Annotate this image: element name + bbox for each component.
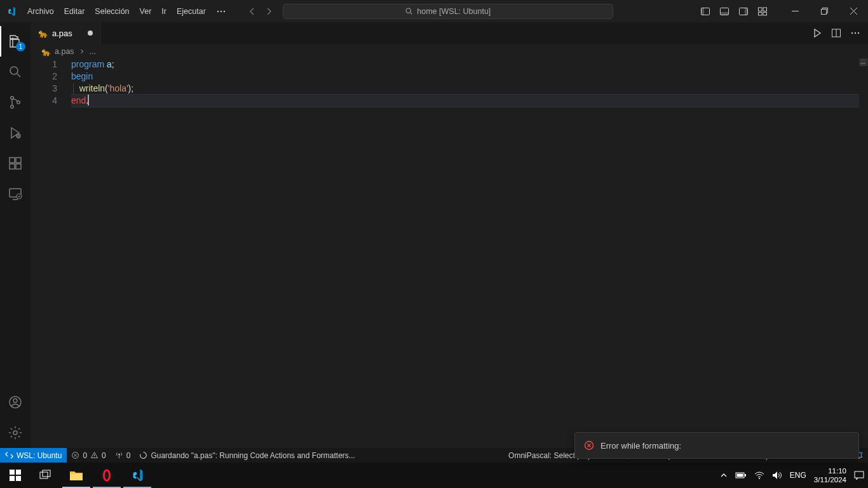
svg-rect-20 — [10, 158, 15, 163]
pascal-file-icon: 🐆 — [38, 28, 48, 38]
toggle-primary-sidebar-icon[interactable] — [700, 6, 710, 17]
notification-toast[interactable]: Error while formatting: — [574, 432, 859, 459]
svg-rect-47 — [745, 474, 746, 477]
split-editor-icon[interactable] — [831, 28, 841, 38]
svg-rect-9 — [745, 8, 748, 15]
menu-more-icon[interactable] — [211, 0, 231, 22]
svg-point-3 — [406, 8, 410, 13]
activity-explorer[interactable]: 1 — [0, 26, 31, 57]
activity-remote-explorer[interactable] — [0, 179, 31, 209]
activity-run-debug[interactable] — [0, 118, 31, 148]
toggle-panel-icon[interactable] — [719, 6, 729, 17]
notification-message: Error while formatting: — [600, 441, 681, 451]
window-close-icon[interactable] — [839, 0, 868, 22]
nav-back-icon[interactable] — [247, 6, 257, 17]
status-ports[interactable]: 0 — [111, 448, 135, 463]
menu-seleccion[interactable]: Selección — [90, 0, 134, 22]
code-editor[interactable]: 1 2 3 4 program a; begin │ writeln('hola… — [31, 58, 868, 448]
line-number: 3 — [31, 83, 57, 95]
svg-rect-43 — [43, 470, 50, 477]
command-center[interactable]: home [WSL: Ubuntu] — [283, 4, 613, 19]
activity-settings[interactable] — [0, 417, 31, 448]
line-number: 2 — [31, 71, 57, 83]
text-cursor — [88, 95, 89, 105]
svg-rect-48 — [736, 474, 743, 477]
editor-group: 🐆 a.pas 🐆 a.pas ... 1 2 3 4 — [31, 22, 868, 448]
pascal-file-icon: 🐆 — [42, 47, 51, 56]
tray-battery-icon[interactable] — [735, 471, 747, 479]
taskbar-opera[interactable] — [92, 463, 122, 488]
menu-archivo[interactable]: Archivo — [22, 0, 59, 22]
breadcrumb-file: a.pas — [55, 47, 74, 56]
taskbar-file-explorer[interactable] — [61, 463, 92, 488]
line-number: 1 — [31, 58, 57, 71]
svg-point-32 — [858, 32, 859, 34]
toggle-secondary-sidebar-icon[interactable] — [738, 6, 749, 17]
svg-point-37 — [860, 452, 863, 454]
menu-editar[interactable]: Editar — [59, 0, 90, 22]
svg-rect-21 — [10, 164, 15, 169]
vscode-logo-icon — [0, 6, 22, 17]
status-remote[interactable]: WSL: Ubuntu — [0, 448, 67, 463]
activity-search[interactable] — [0, 57, 31, 87]
nav-forward-icon[interactable] — [264, 6, 274, 17]
remote-icon — [5, 451, 13, 459]
svg-rect-14 — [821, 10, 826, 15]
svg-point-15 — [10, 67, 18, 74]
activity-accounts[interactable] — [0, 387, 31, 417]
svg-point-2 — [224, 10, 225, 11]
task-view-button[interactable] — [31, 463, 61, 488]
menu-ir[interactable]: Ir — [156, 0, 172, 22]
window-minimize-icon[interactable] — [780, 0, 810, 22]
svg-rect-39 — [16, 470, 21, 475]
svg-point-31 — [855, 32, 856, 34]
svg-rect-5 — [702, 8, 705, 15]
run-file-icon[interactable] — [812, 28, 822, 38]
taskbar-vscode[interactable] — [122, 463, 153, 488]
minimap[interactable] — [859, 58, 868, 448]
system-tray: ENG 11:10 3/11/2024 — [720, 466, 868, 484]
title-bar: Archivo Editar Selección Ver Ir Ejecutar… — [0, 0, 868, 22]
tray-action-center-icon[interactable] — [854, 471, 864, 480]
status-saving[interactable]: Guardando "a.pas": Running Code Actions … — [135, 448, 359, 463]
dirty-indicator-icon — [88, 30, 93, 36]
svg-rect-40 — [10, 476, 15, 481]
menu-ver[interactable]: Ver — [135, 0, 157, 22]
svg-rect-42 — [40, 472, 48, 478]
svg-point-44 — [101, 470, 112, 481]
gutter: 1 2 3 4 — [31, 58, 71, 448]
svg-point-0 — [217, 10, 219, 11]
svg-rect-13 — [763, 12, 767, 15]
editor-more-icon[interactable] — [850, 28, 860, 38]
status-problems[interactable]: 0 0 — [67, 448, 110, 463]
activity-source-control[interactable] — [0, 87, 31, 118]
line-number: 4 — [31, 95, 57, 107]
spinner-icon — [139, 451, 147, 459]
antenna-icon — [115, 451, 123, 459]
svg-rect-12 — [759, 12, 763, 15]
tray-language[interactable]: ENG — [790, 471, 806, 480]
chevron-right-icon — [78, 48, 86, 55]
menu-bar: Archivo Editar Selección Ver Ir Ejecutar — [22, 0, 231, 22]
svg-point-27 — [13, 399, 17, 403]
breadcrumb-more: ... — [90, 47, 96, 56]
menu-ejecutar[interactable]: Ejecutar — [172, 0, 211, 22]
window-maximize-icon[interactable] — [810, 0, 839, 22]
tab-a-pas[interactable]: 🐆 a.pas — [31, 22, 101, 44]
start-button[interactable] — [0, 463, 31, 488]
tray-volume-icon[interactable] — [772, 471, 782, 480]
tab-label: a.pas — [52, 29, 72, 38]
customize-layout-icon[interactable] — [757, 6, 768, 17]
svg-rect-22 — [16, 164, 21, 169]
activity-extensions[interactable] — [0, 148, 31, 179]
breadcrumbs[interactable]: 🐆 a.pas ... — [31, 44, 868, 58]
svg-rect-50 — [855, 471, 864, 478]
tray-wifi-icon[interactable] — [754, 471, 764, 479]
tray-chevron-icon[interactable] — [720, 471, 728, 479]
code-content[interactable]: program a; begin │ writeln('hola'); end. — [71, 58, 859, 448]
tab-bar: 🐆 a.pas — [31, 22, 868, 44]
svg-rect-10 — [759, 8, 763, 11]
svg-rect-41 — [16, 476, 21, 481]
tray-clock[interactable]: 11:10 3/11/2024 — [814, 466, 846, 484]
svg-point-1 — [220, 10, 222, 11]
